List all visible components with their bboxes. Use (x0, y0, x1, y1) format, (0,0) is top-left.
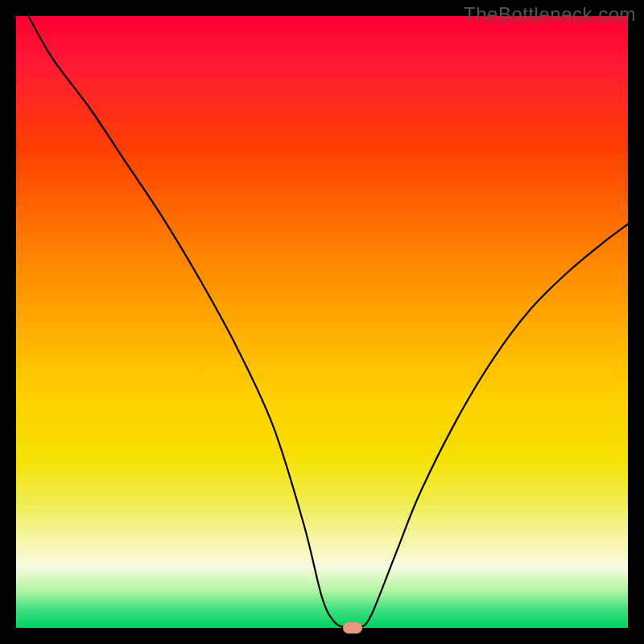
bottleneck-curve (16, 16, 628, 628)
optimum-marker (343, 622, 362, 634)
plot-area (16, 16, 628, 628)
watermark: TheBottleneck.com (464, 3, 636, 26)
chart-container: TheBottleneck.com (0, 0, 644, 644)
